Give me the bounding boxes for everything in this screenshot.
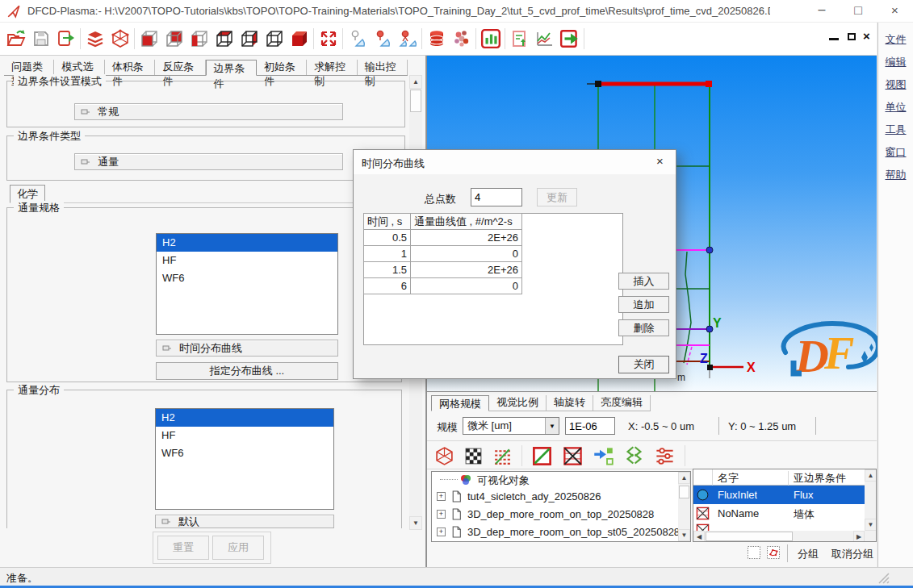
row-name[interactable]: FluxInlet	[718, 489, 757, 501]
flux-dist-list[interactable]: H2 HF WF6	[155, 408, 334, 510]
delete-button[interactable]: 删除	[618, 319, 669, 336]
cube-solid-icon[interactable]	[288, 28, 310, 50]
scroll-down-icon[interactable]: ▼	[678, 529, 690, 541]
tab-solver-control[interactable]: 求解控制	[307, 60, 357, 75]
row-type[interactable]: 墙体	[794, 507, 815, 522]
fern-leaves-icon[interactable]	[623, 445, 645, 467]
scrollbar-thumb[interactable]	[706, 532, 793, 541]
table-hscrollbar[interactable]: ◀ ▶	[693, 531, 877, 542]
cube-wire-side-icon[interactable]	[238, 28, 260, 50]
update-button[interactable]: 更新	[537, 188, 577, 206]
bc-mode-dropdown[interactable]: 常规	[74, 103, 343, 120]
scroll-right-icon[interactable]: ▶	[853, 531, 865, 542]
scroll-up-icon[interactable]: ▲	[678, 472, 690, 484]
list-item[interactable]: H2	[157, 234, 337, 252]
time-curve-dropdown[interactable]: 时间分布曲线	[156, 340, 338, 357]
time-cell[interactable]: 0.5	[364, 230, 411, 246]
ungroup-button[interactable]: 取消分组	[831, 547, 873, 561]
tree-root-label[interactable]: 可视化对象	[477, 473, 530, 488]
open-file-icon[interactable]	[5, 28, 27, 50]
apply-button[interactable]: 应用	[212, 536, 264, 560]
sliders-icon[interactable]	[654, 445, 676, 467]
cross-square-icon[interactable]	[562, 445, 584, 467]
close-button[interactable]: ×	[877, 0, 913, 23]
database-icon[interactable]	[425, 28, 447, 50]
row-type[interactable]: Flux	[794, 489, 814, 501]
tab-visual-ratio[interactable]: 视觉比例	[489, 395, 547, 411]
flux-cell[interactable]: 0	[411, 278, 522, 294]
menu-file[interactable]: 文件	[878, 29, 913, 50]
curve-row[interactable]: 0.5 2E+26	[364, 230, 522, 246]
mdi-restore-icon[interactable]	[848, 33, 856, 40]
tab-axis-rotate[interactable]: 轴旋转	[547, 395, 593, 411]
insert-button[interactable]: 插入	[618, 273, 669, 290]
name-column-header[interactable]: 名字	[713, 471, 789, 486]
rect-select-icon[interactable]	[747, 545, 761, 560]
snap-to-icon[interactable]	[593, 445, 614, 467]
cube-back-face-icon[interactable]	[163, 28, 185, 50]
wire-cube-icon[interactable]	[434, 446, 454, 466]
menu-help[interactable]: 帮助	[878, 165, 913, 186]
object-tree[interactable]: 可视化对象 + tut4_sicletch_ady_20250826 + 3D_…	[431, 471, 691, 542]
report-icon[interactable]	[509, 28, 530, 50]
menu-edit[interactable]: 编辑	[878, 52, 913, 73]
list-item[interactable]: H2	[156, 409, 333, 427]
diagonal-square-icon[interactable]	[531, 445, 553, 467]
probe-multi-icon[interactable]	[396, 28, 418, 50]
tab-volume-cond[interactable]: 体积条件	[105, 60, 155, 75]
tree-item-label[interactable]: 3D_dep_more_room_on_top_st05_20250828	[467, 526, 680, 538]
time-cell[interactable]: 1	[364, 246, 411, 262]
resize-grip-icon[interactable]	[876, 570, 890, 585]
menu-units[interactable]: 单位	[878, 97, 913, 118]
scroll-up-icon[interactable]: ▲	[409, 75, 422, 89]
scroll-down-icon[interactable]: ▼	[865, 519, 877, 531]
scroll-left-icon[interactable]: ◀	[693, 531, 705, 542]
scale-factor-input[interactable]	[565, 417, 615, 435]
tree-expand-icon[interactable]: +	[437, 510, 446, 519]
curve-row[interactable]: 6 0	[364, 278, 522, 294]
cube-front-face-icon[interactable]	[138, 28, 160, 50]
menu-window[interactable]: 窗口	[878, 142, 913, 163]
tab-reaction-cond[interactable]: 反应条件	[155, 60, 205, 75]
texture-checker-icon[interactable]	[463, 446, 484, 466]
default-dropdown[interactable]: 默认	[155, 515, 334, 528]
mesh-cube-icon[interactable]	[109, 28, 131, 50]
combo-arrow-icon[interactable]: ▼	[545, 418, 559, 434]
group-button[interactable]: 分组	[798, 547, 819, 561]
cube-half-face-icon[interactable]	[188, 28, 210, 50]
probe-point-red-icon[interactable]	[371, 28, 393, 50]
list-item[interactable]: HF	[157, 252, 337, 269]
scroll-up-icon[interactable]: ▲	[865, 469, 877, 482]
hatch-lines-icon[interactable]	[492, 446, 513, 466]
tree-item-label[interactable]: 3D_dep_more_room_on_top_20250828	[467, 508, 654, 520]
fit-view-icon[interactable]	[317, 28, 339, 50]
tree-row[interactable]: + 3D_dep_more_room_on_top_20250828	[432, 506, 690, 523]
tree-item-label[interactable]: tut4_sicletch_ady_20250826	[467, 490, 601, 503]
cube-wire-top-icon[interactable]	[213, 28, 235, 50]
boundary-table[interactable]: 名字 亚边界条件 FluxInlet Flux NoName 墙体 ... ▲ …	[693, 469, 877, 542]
row-name[interactable]: NoName	[718, 507, 759, 519]
save-file-icon[interactable]	[30, 28, 52, 50]
tree-row[interactable]: + 3D_dep_more_room_on_top_st05_20250828	[432, 523, 690, 541]
curves-icon[interactable]	[534, 28, 555, 50]
time-cell[interactable]: 1.5	[364, 262, 411, 278]
cube-wireframe-icon[interactable]	[263, 28, 285, 50]
table-vscrollbar[interactable]: ▲ ▼	[865, 469, 877, 531]
minimize-button[interactable]: –	[804, 0, 840, 23]
curve-table[interactable]: 时间 , s 通量曲线值 , #/m^2-s 0.5 2E+26 1 0 1.5…	[363, 213, 522, 294]
lasso-select-icon[interactable]	[766, 545, 781, 560]
tab-output-control[interactable]: 输出控制	[358, 60, 408, 75]
maximize-button[interactable]: □	[840, 0, 876, 23]
tree-expand-icon[interactable]: +	[437, 528, 446, 536]
close-dialog-button[interactable]: 关闭	[618, 356, 669, 373]
table-row-partial[interactable]: ...	[693, 523, 865, 531]
unit-combobox[interactable]: 微米 [um] ▼	[463, 417, 559, 435]
run-export-icon[interactable]	[559, 28, 580, 50]
mdi-close-icon[interactable]: ×	[863, 29, 870, 43]
bc-type-dropdown[interactable]: 通量	[74, 153, 343, 170]
flux-cell[interactable]: 2E+26	[411, 262, 522, 278]
table-row[interactable]: FluxInlet Flux	[693, 486, 865, 504]
bar-chart-icon[interactable]	[480, 28, 501, 50]
flux-spec-list[interactable]: H2 HF WF6	[156, 233, 338, 335]
curve-row[interactable]: 1 0	[364, 246, 522, 262]
